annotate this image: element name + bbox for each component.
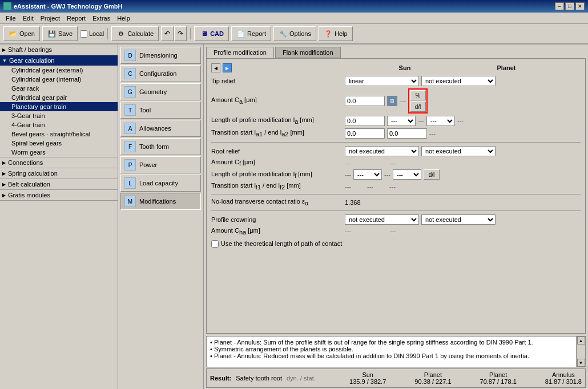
lf-unit-btn[interactable]: d/l xyxy=(424,169,440,180)
open-icon: 📂 xyxy=(9,29,18,38)
cad-button[interactable]: 🖥 CAD xyxy=(194,26,229,41)
nav-geometry[interactable]: G Geometry xyxy=(120,83,201,100)
tooth-form-icon: F xyxy=(124,141,136,152)
sidebar-item-cyl-ext[interactable]: Cylindrical gear (external) xyxy=(0,66,118,75)
nav-modifications[interactable]: M Modifications xyxy=(120,193,201,210)
next-arrow[interactable]: ► xyxy=(223,63,232,72)
sidebar-item-spiral[interactable]: Spiral bevel gears xyxy=(0,139,118,148)
tf-planet-dash2: --- xyxy=(389,183,396,190)
unit-buttons-section: % d/l xyxy=(408,88,428,114)
shaft-triangle-icon: ▶ xyxy=(2,47,6,52)
lf-planet-dash1: --- xyxy=(384,171,390,178)
length-mod-label: Length of profile modification la [mm] xyxy=(211,116,343,125)
profile-crowning-sun-select[interactable]: not executed linear circular xyxy=(345,214,419,225)
sun-header: Sun xyxy=(368,64,442,71)
amount-ca-label: Amount Ca [μm] xyxy=(211,96,343,105)
sidebar-section-belt: ▶ Belt calculation xyxy=(0,179,118,190)
dl-unit-btn[interactable]: d/l xyxy=(410,102,426,112)
sidebar-item-worm[interactable]: Worm gears xyxy=(0,148,118,157)
profile-crowning-label: Profile crowning xyxy=(211,216,343,223)
nav-tooth-form[interactable]: F Tooth form xyxy=(120,138,201,155)
tool-icon: T xyxy=(124,104,136,116)
undo-button[interactable]: ↶ xyxy=(161,26,174,41)
scroll-up-btn[interactable]: ▲ xyxy=(577,337,585,345)
nav-power[interactable]: P Power xyxy=(120,156,201,173)
nav-dimensioning[interactable]: D Dimensioning xyxy=(120,47,201,64)
nav-allowances[interactable]: A Allowances xyxy=(120,120,201,137)
spring-triangle-icon: ▶ xyxy=(2,171,6,176)
length-mod-sun-input[interactable] xyxy=(345,116,385,126)
root-relief-row: Root relief not executed linear circular… xyxy=(211,146,581,156)
connections-label: Connections xyxy=(8,159,43,166)
tip-relief-planet-select[interactable]: not executed linear circular progressive xyxy=(421,76,496,86)
sidebar-item-planetary[interactable]: Planetary gear train xyxy=(0,102,118,111)
minimize-button[interactable]: – xyxy=(555,2,564,10)
nav-tool[interactable]: T Tool xyxy=(120,102,201,119)
trans-start-val2[interactable] xyxy=(387,128,427,139)
sidebar-group-belt[interactable]: ▶ Belt calculation xyxy=(0,179,118,189)
contact-ratio-row: No-load transverse contact ratio εα 1.36… xyxy=(211,198,581,206)
options-button[interactable]: 🔧 Options xyxy=(273,26,316,41)
amount-cf-row: Amount Cf [μm] --- --- xyxy=(211,159,581,167)
sidebar-group-gear[interactable]: ▼ Gear calculation xyxy=(0,55,118,66)
messages-inner: • Planet - Annulus: Sum of the profile s… xyxy=(206,336,577,367)
length-mod-sun-select[interactable]: --- xyxy=(387,116,416,126)
result-sun-value: 135.9 / 382.7 xyxy=(349,378,386,385)
tab-profile-mod[interactable]: Profile modification xyxy=(206,47,274,58)
sidebar: ▶ Shaft / bearings ▼ Gear calculation Cy… xyxy=(0,44,118,389)
help-button[interactable]: ❓ Help xyxy=(319,26,353,41)
nav-configuration[interactable]: C Configuration xyxy=(120,65,201,82)
sidebar-section-gear: ▼ Gear calculation Cylindrical gear (ext… xyxy=(0,55,118,157)
menu-project[interactable]: Project xyxy=(37,14,63,22)
sidebar-item-4gear[interactable]: 4-Gear train xyxy=(0,120,118,129)
tab-flank-mod[interactable]: Flank modification xyxy=(275,47,341,58)
percent-unit-btn[interactable]: % xyxy=(410,90,426,100)
options-icon: 🔧 xyxy=(279,29,288,38)
calculate-icon: ⚙ xyxy=(116,29,126,38)
sidebar-group-gratis[interactable]: ▶ Gratis modules xyxy=(0,190,118,200)
menu-edit[interactable]: Edit xyxy=(19,14,37,22)
sidebar-item-gear-rack[interactable]: Gear rack xyxy=(0,84,118,93)
length-mod-planet-select[interactable]: --- xyxy=(426,116,455,126)
local-checkbox[interactable] xyxy=(80,30,87,38)
tip-relief-sun-select[interactable]: linear not executed circular progressive xyxy=(345,76,419,86)
redo-button[interactable]: ↷ xyxy=(174,26,187,41)
sidebar-group-spring[interactable]: ▶ Spring calculation xyxy=(0,168,118,179)
menu-extras[interactable]: Extras xyxy=(89,14,114,22)
length-mod-dash: --- xyxy=(418,117,424,124)
lf-sun-select[interactable]: --- xyxy=(353,169,382,180)
root-relief-sun-select[interactable]: not executed linear circular progressive xyxy=(345,146,419,156)
sidebar-item-3gear[interactable]: 3-Gear train xyxy=(0,111,118,120)
ca-grid-icon[interactable]: ⊞ xyxy=(387,96,397,106)
transition-start-f-label: Transition start lf1 / end lf2 [mm] xyxy=(211,182,343,191)
length-mod-dash2: --- xyxy=(457,117,464,124)
calculate-button[interactable]: ⚙ Calculate xyxy=(111,26,159,41)
cha-planet-dash: --- xyxy=(390,228,396,234)
profile-crowning-planet-select[interactable]: not executed linear circular xyxy=(421,214,496,225)
lf-planet-select[interactable]: --- xyxy=(393,169,421,180)
amount-ca-sun-input[interactable] xyxy=(345,96,385,106)
menu-report[interactable]: Report xyxy=(63,14,89,22)
prev-arrow[interactable]: ◄ xyxy=(211,63,220,72)
root-relief-planet-select[interactable]: not executed linear circular progressive xyxy=(421,146,496,156)
sidebar-section-connections: ▶ Connections xyxy=(0,157,118,168)
scroll-down-btn[interactable]: ▼ xyxy=(577,359,585,367)
save-button[interactable]: 💾 Save xyxy=(42,26,78,41)
open-button[interactable]: 📂 Open xyxy=(3,26,40,41)
menu-help[interactable]: Help xyxy=(114,14,134,22)
report-button[interactable]: 📄 Report xyxy=(231,26,271,41)
sidebar-group-connections[interactable]: ▶ Connections xyxy=(0,157,118,168)
menu-file[interactable]: File xyxy=(2,14,19,22)
cha-sun-dash: --- xyxy=(345,228,351,234)
sidebar-item-cyl-int[interactable]: Cylindrical gear (internal) xyxy=(0,75,118,84)
sidebar-group-shaft[interactable]: ▶ Shaft / bearings xyxy=(0,44,118,55)
theoretical-length-checkbox[interactable] xyxy=(211,240,219,248)
trans-start-val1[interactable] xyxy=(345,128,385,139)
shaft-bearings-label: Shaft / bearings xyxy=(8,46,52,53)
close-button[interactable]: ✕ xyxy=(575,2,585,10)
result-planet2-value: 70.87 / 178.1 xyxy=(480,378,517,385)
maximize-button[interactable]: □ xyxy=(565,2,574,10)
sidebar-item-cyl-pair[interactable]: Cylindrical gear pair xyxy=(0,93,118,102)
sidebar-item-bevel[interactable]: Bevel gears - straight/helical xyxy=(0,129,118,139)
nav-load-capacity[interactable]: L Load capacity xyxy=(120,175,201,192)
